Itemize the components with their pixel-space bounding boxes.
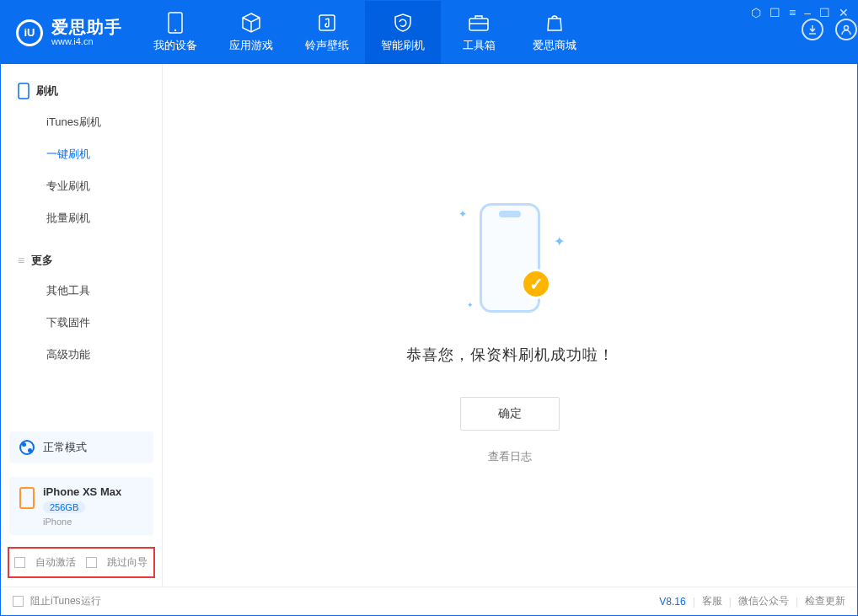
nav-tabs: 我的设备 应用游戏 铃声壁纸 智能刷机 工具箱 爱思商城 [137,1,593,64]
device-card[interactable]: iPhone XS Max 256GB iPhone [9,477,153,535]
svg-rect-3 [469,19,488,30]
sidebar-head-label: 更多 [31,253,53,268]
block-itunes-checkbox[interactable] [13,596,24,607]
tab-label: 应用游戏 [229,38,273,53]
tab-my-device[interactable]: 我的设备 [137,1,213,64]
tab-smart-flash[interactable]: 智能刷机 [365,1,441,64]
device-name: iPhone XS Max [43,485,121,498]
refresh-shield-icon [392,12,414,34]
block-itunes-label: 阻止iTunes运行 [30,594,101,608]
tab-label: 工具箱 [463,38,496,53]
success-illustration: ✦ ✦ ✦ ✓ [438,186,582,329]
device-capacity: 256GB [43,501,85,513]
maximize-button[interactable]: ☐ [819,6,830,19]
logo-text: 爱思助手 www.i4.cn [51,18,122,46]
cube-icon [240,12,262,34]
version-label: V8.16 [659,596,685,608]
tab-label: 铃声壁纸 [305,38,349,53]
customer-service-link[interactable]: 客服 [702,594,722,608]
app-name: 爱思助手 [51,18,122,36]
check-update-link[interactable]: 检查更新 [805,594,845,608]
sidebar-head-label: 刷机 [36,83,58,99]
svg-rect-2 [319,15,335,30]
sidebar-item-itunes-flash[interactable]: iTunes刷机 [1,106,162,138]
toolbox-icon [468,12,490,34]
sidebar-item-advanced[interactable]: 高级功能 [1,339,162,371]
minimize-button[interactable]: – [804,6,811,19]
music-note-icon [316,12,338,34]
feedback-icon[interactable]: ☐ [770,6,780,19]
sparkle-icon: ✦ [467,301,474,309]
tab-label: 智能刷机 [381,38,425,53]
sidebar-item-download-firmware[interactable]: 下载固件 [1,307,162,339]
svg-point-4 [845,25,849,29]
skip-wizard-label: 跳过向导 [107,555,147,570]
mode-label: 正常模式 [43,440,87,455]
sidebar-item-other-tools[interactable]: 其他工具 [1,275,162,307]
sidebar-item-pro-flash[interactable]: 专业刷机 [1,170,162,202]
tab-label: 我的设备 [153,38,197,53]
phone-outline-icon [18,83,29,99]
checkmark-badge-icon: ✓ [521,269,551,299]
success-message: 恭喜您，保资料刷机成功啦！ [406,345,614,365]
app-header: iU 爱思助手 www.i4.cn 我的设备 应用游戏 铃声壁纸 智能刷机 工具… [1,1,857,64]
sidebar: 刷机 iTunes刷机 一键刷机 专业刷机 批量刷机 ≡ 更多 其他工具 下载固… [1,64,163,587]
user-account-button[interactable] [835,19,857,40]
list-icon: ≡ [18,254,24,267]
sidebar-head-more: ≡ 更多 [1,246,162,275]
svg-rect-5 [19,83,29,99]
app-body: 刷机 iTunes刷机 一键刷机 专业刷机 批量刷机 ≡ 更多 其他工具 下载固… [1,64,857,587]
device-info: iPhone XS Max 256GB iPhone [43,485,121,527]
sidebar-head-flash: 刷机 [1,76,162,106]
device-type: iPhone [43,517,121,527]
window-controls: ⬡ ☐ ≡ – ☐ ✕ [751,6,849,19]
tab-store[interactable]: 爱思商城 [517,1,593,64]
sidebar-item-oneclick-flash[interactable]: 一键刷机 [1,138,162,170]
app-url: www.i4.cn [51,36,122,46]
skip-wizard-checkbox[interactable] [86,557,97,568]
auto-activate-label: 自动激活 [35,555,76,570]
svg-point-1 [174,29,176,31]
status-bar: 阻止iTunes运行 V8.16 | 客服 | 微信公众号 | 检查更新 [1,587,857,615]
sparkle-icon: ✦ [458,208,467,220]
sparkle-icon: ✦ [554,233,565,249]
sidebar-group-flash: 刷机 iTunes刷机 一键刷机 专业刷机 批量刷机 [1,64,162,234]
app-logo: iU 爱思助手 www.i4.cn [1,1,137,64]
phone-icon [164,12,186,34]
logo-icon: iU [16,19,43,46]
menu-icon[interactable]: ≡ [789,6,796,19]
tab-toolbox[interactable]: 工具箱 [441,1,517,64]
ok-button[interactable]: 确定 [460,397,560,431]
wechat-link[interactable]: 微信公众号 [738,594,789,608]
close-button[interactable]: ✕ [839,6,849,19]
mode-icon [19,440,35,455]
view-log-link[interactable]: 查看日志 [488,449,532,464]
options-row: 自动激活 跳过向导 [8,547,155,578]
download-button[interactable] [802,19,823,40]
sidebar-item-batch-flash[interactable]: 批量刷机 [1,202,162,234]
tab-ringtones-wallpapers[interactable]: 铃声壁纸 [289,1,365,64]
tab-apps-games[interactable]: 应用游戏 [213,1,289,64]
mode-card[interactable]: 正常模式 [9,431,153,463]
sidebar-group-more: ≡ 更多 其他工具 下载固件 高级功能 [1,234,162,371]
auto-activate-checkbox[interactable] [14,557,25,568]
device-phone-icon [19,487,35,509]
tab-label: 爱思商城 [533,38,576,53]
shopping-bag-icon [544,12,566,34]
shirt-icon[interactable]: ⬡ [751,6,761,19]
main-panel: ✦ ✦ ✦ ✓ 恭喜您，保资料刷机成功啦！ 确定 查看日志 [163,64,857,587]
